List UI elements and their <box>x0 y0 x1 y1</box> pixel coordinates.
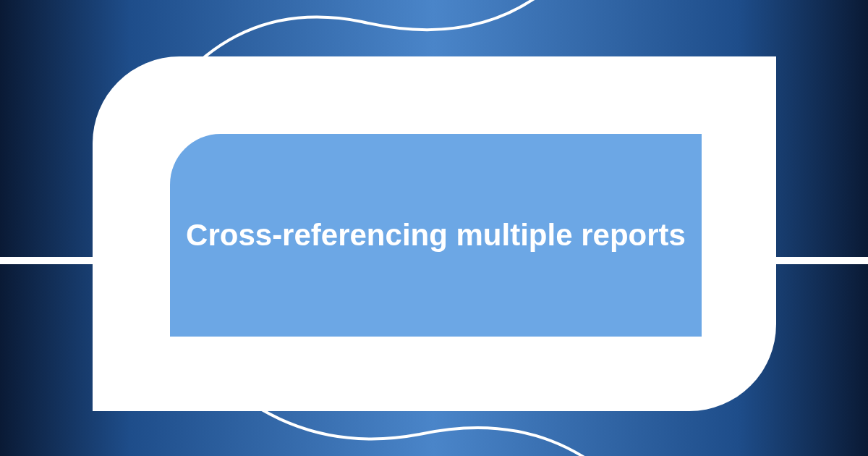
banner-title: Cross-referencing multiple reports <box>171 218 700 253</box>
card-inner-panel: Cross-referencing multiple reports <box>170 134 702 337</box>
